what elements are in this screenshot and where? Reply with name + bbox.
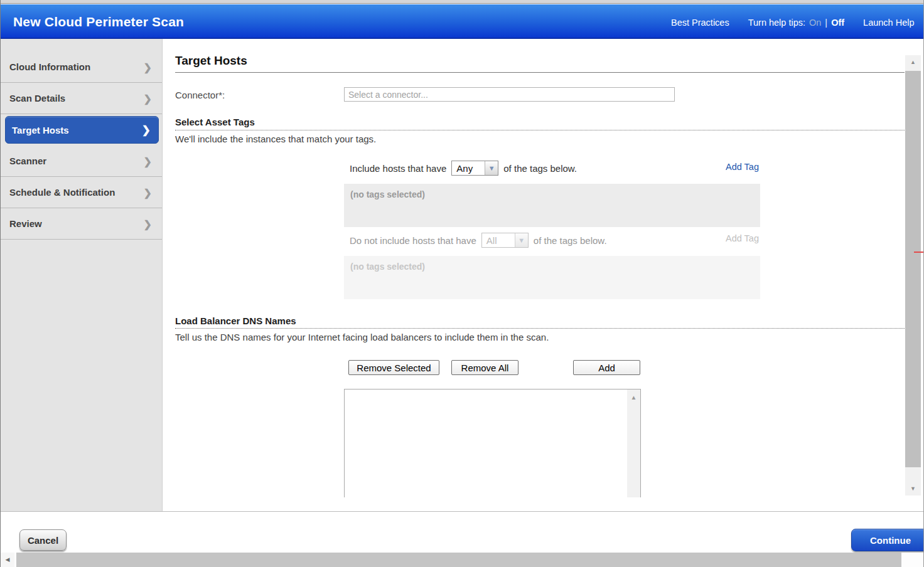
include-tags-text-before: Include hosts that have (350, 163, 446, 174)
dropdown-arrow-icon: ▼ (515, 233, 528, 247)
help-tips-separator: | (825, 18, 827, 28)
load-balancer-divider (175, 328, 905, 329)
listbox-scrollbar[interactable]: ▲ (627, 389, 640, 497)
exclude-tags-box: (no tags selected) (344, 256, 760, 299)
dns-names-listbox[interactable]: ▲ (344, 389, 641, 497)
sidebar-item-scanner[interactable]: Scanner ❯ (1, 146, 162, 177)
wizard-sidebar: Cloud Information ❯ Scan Details ❯ Targe… (1, 39, 163, 511)
help-tips-off-link[interactable]: Off (831, 18, 844, 28)
chevron-right-icon: ❯ (144, 186, 152, 198)
scroll-up-icon[interactable]: ▲ (627, 394, 640, 401)
help-tips-label: Turn help tips: (748, 18, 805, 28)
wizard-footer: Cancel Continue (1, 511, 923, 553)
sidebar-item-label: Scanner (9, 156, 46, 166)
header-links: Best Practices Turn help tips: On | Off … (671, 18, 915, 28)
remove-selected-button[interactable]: Remove Selected (348, 360, 439, 375)
exclude-add-tag-link: Add Tag (726, 233, 759, 243)
sidebar-item-cloud-information[interactable]: Cloud Information ❯ (1, 51, 162, 83)
best-practices-link[interactable]: Best Practices (671, 18, 729, 28)
help-tips-toggle: Turn help tips: On | Off (748, 18, 844, 28)
sidebar-item-label: Scan Details (9, 93, 65, 103)
sidebar-item-review[interactable]: Review ❯ (1, 208, 162, 240)
sidebar-item-schedule-notification[interactable]: Schedule & Notification ❯ (1, 177, 162, 208)
sidebar-item-label: Review (9, 218, 42, 229)
new-cloud-perimeter-scan-window: New Cloud Perimeter Scan Best Practices … (0, 0, 924, 567)
page-title: Target Hosts (175, 54, 247, 68)
launch-help-link[interactable]: Launch Help (863, 18, 914, 28)
sidebar-item-label: Target Hosts (12, 125, 69, 135)
chevron-right-icon: ❯ (144, 218, 152, 230)
sidebar-item-target-hosts[interactable]: Target Hosts ❯ (5, 116, 159, 144)
include-tags-empty-text: (no tags selected) (350, 189, 425, 199)
scroll-down-icon[interactable]: ▼ (905, 482, 921, 495)
exclude-tags-row: Do not include hosts that have All ▼ of … (350, 233, 607, 248)
chevron-right-icon: ❯ (144, 61, 152, 73)
wizard-title: New Cloud Perimeter Scan (13, 14, 184, 29)
wizard-header: New Cloud Perimeter Scan Best Practices … (1, 4, 923, 39)
scrollbar-red-marker (914, 252, 924, 253)
chevron-right-icon: ❯ (144, 155, 152, 167)
page-title-divider (175, 72, 905, 73)
connector-label: Connector*: (175, 90, 225, 100)
remove-all-button[interactable]: Remove All (451, 360, 518, 375)
include-tags-text-after: of the tags below. (503, 163, 577, 174)
include-tags-row: Include hosts that have Any ▼ of the tag… (350, 161, 577, 176)
include-tags-box[interactable]: (no tags selected) (344, 184, 760, 227)
exclude-tags-select: All ▼ (481, 233, 529, 248)
select-asset-tags-divider (175, 130, 905, 130)
exclude-tags-select-value: All (482, 233, 515, 247)
add-button[interactable]: Add (573, 360, 640, 375)
continue-button[interactable]: Continue (851, 529, 924, 551)
exclude-tags-empty-text: (no tags selected) (350, 262, 425, 272)
page-horizontal-scrollbar[interactable]: ◀ (1, 553, 923, 567)
include-tags-select[interactable]: Any ▼ (451, 161, 498, 176)
help-tips-on-link[interactable]: On (809, 18, 821, 28)
scroll-left-icon[interactable]: ◀ (1, 553, 14, 567)
content-panel: Target Hosts Connector*: Select Asset Ta… (163, 39, 905, 497)
include-tags-select-value: Any (452, 161, 485, 175)
load-balancer-description: Tell us the DNS names for your Internet … (175, 332, 549, 342)
sidebar-item-label: Schedule & Notification (9, 187, 115, 198)
chevron-right-icon: ❯ (144, 92, 152, 104)
include-add-tag-link[interactable]: Add Tag (726, 162, 759, 172)
select-asset-tags-heading: Select Asset Tags (175, 117, 255, 127)
exclude-tags-text-after: of the tags below. (534, 235, 607, 246)
page-vertical-scrollbar[interactable]: ▲ ▼ (905, 55, 921, 495)
connector-input[interactable] (344, 87, 675, 102)
load-balancer-heading: Load Balancer DNS Names (175, 315, 296, 326)
vertical-scrollbar-thumb[interactable] (905, 71, 921, 467)
dropdown-arrow-icon: ▼ (485, 161, 498, 175)
window-top-strip (1, 0, 923, 4)
horizontal-scrollbar-thumb[interactable] (16, 553, 901, 567)
cancel-button[interactable]: Cancel (19, 529, 67, 551)
sidebar-item-scan-details[interactable]: Scan Details ❯ (1, 83, 162, 114)
sidebar-item-label: Cloud Information (9, 61, 90, 72)
chevron-right-icon: ❯ (142, 124, 151, 137)
scroll-up-icon[interactable]: ▲ (905, 55, 921, 69)
select-asset-tags-description: We'll include the instances that match y… (175, 134, 376, 144)
exclude-tags-text-before: Do not include hosts that have (350, 235, 476, 246)
